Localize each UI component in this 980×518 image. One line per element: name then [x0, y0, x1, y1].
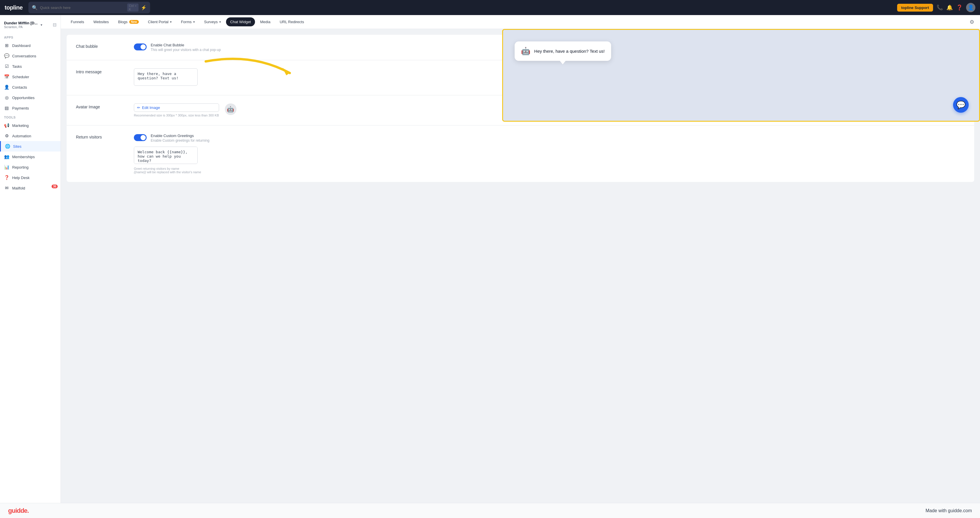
scheduler-icon: 📅	[4, 74, 9, 79]
sidebar-item-label: Marketing	[12, 124, 29, 128]
sidebar-item-label: Help Desk	[12, 176, 30, 180]
app-logo: topline	[5, 4, 22, 11]
chat-bubble-toggle-label: Enable Chat Bubble	[151, 43, 221, 47]
tasks-icon: ☑	[4, 64, 9, 69]
user-avatar[interactable]: 👤	[966, 3, 975, 12]
sidebar-item-label: Tasks	[12, 64, 22, 69]
search-icon: 🔍	[32, 5, 38, 10]
sidebar-item-label: Scheduler	[12, 75, 29, 79]
search-input[interactable]	[40, 5, 125, 10]
subnav-url-redirects[interactable]: URL Redirects	[275, 17, 308, 26]
edit-icon: ✏	[137, 105, 140, 110]
subnav-blogs-label: Blogs	[118, 20, 127, 24]
sidebar-item-helpdesk[interactable]: ❓ Help Desk	[0, 172, 60, 183]
section-label-tools: Tools	[0, 113, 60, 120]
subnav-websites[interactable]: Websites	[89, 17, 113, 26]
return-visitors-label: Return visitors	[76, 133, 122, 139]
return-visitors-toggle-desc: Enable Custom greetings for returning	[151, 138, 210, 143]
sidebar-section-apps: Apps ⊞ Dashboard 💬 Conversations ☑ Tasks…	[0, 33, 60, 113]
lightning-icon: ⚡	[141, 5, 146, 10]
chat-bubble-toggle-row: Enable Chat Bubble This will greet your …	[134, 43, 965, 52]
chat-bubble-row: Chat bubble Enable Chat Bubble This will…	[67, 35, 974, 60]
sidebar-item-label: Opportunities	[12, 95, 35, 100]
surveys-chevron-icon: ▾	[220, 20, 221, 24]
settings-gear-icon[interactable]: ⚙	[970, 19, 974, 25]
top-navigation: topline 🔍 Ctrl + K ⚡ topline Support 📞 🔔…	[0, 0, 980, 15]
subnav-forms[interactable]: Forms ▾	[177, 17, 199, 26]
subnav-url-redirects-label: URL Redirects	[280, 20, 304, 24]
sidebar-item-label: Conversations	[12, 54, 36, 58]
help-icon[interactable]: ❓	[956, 4, 963, 11]
subnav-blogs[interactable]: Blogs New	[114, 17, 143, 26]
return-visitors-toggle[interactable]	[134, 134, 146, 141]
guidde-credit: Made with guidde.com	[926, 508, 972, 513]
avatar-image-label: Avatar Image	[76, 103, 122, 109]
greetings-input[interactable]: Welcome back {{name}}, how can we help y…	[134, 146, 197, 164]
sidebar-item-memberships[interactable]: 👥 Memberships	[0, 151, 60, 162]
sidebar-item-dashboard[interactable]: ⊞ Dashboard	[0, 40, 60, 51]
edit-image-button[interactable]: ✏ Edit Image	[134, 103, 219, 112]
chat-bubble-toggle-desc: This will greet your visitors with a cha…	[151, 48, 221, 52]
sidebar: Dunder Mifflin [D... Scranton, PA ▾ ⊟ Ap…	[0, 15, 61, 518]
sidebar-item-label: Memberships	[12, 155, 35, 159]
mailfold-icon: ✉	[4, 186, 9, 191]
workspace-location: Scranton, PA	[4, 25, 38, 29]
bell-icon[interactable]: 🔔	[947, 4, 953, 11]
sidebar-item-opportunities[interactable]: ◎ Opportunities	[0, 92, 60, 103]
avatar-row: ✏ Edit Image Recommended size is 300px *…	[134, 103, 965, 117]
sidebar-item-payments[interactable]: ▤ Payments	[0, 103, 60, 113]
sidebar-item-marketing[interactable]: 📢 Marketing	[0, 120, 60, 131]
intro-message-input[interactable]: Hey there, have a question? Text us!	[134, 68, 197, 86]
support-button[interactable]: topline Support	[897, 4, 933, 11]
sites-icon: 🌐	[5, 144, 10, 149]
search-shortcut: Ctrl + K	[127, 3, 138, 11]
sidebar-item-scheduler[interactable]: 📅 Scheduler	[0, 72, 60, 82]
helpdesk-icon: ❓	[4, 175, 9, 180]
avatar-image-content: ✏ Edit Image Recommended size is 300px *…	[134, 103, 965, 117]
sidebar-item-tasks[interactable]: ☑ Tasks	[0, 61, 60, 72]
return-visitors-row: Return visitors Enable Custom Greetings …	[67, 126, 974, 182]
sidebar-item-mailfold[interactable]: ✉ Mailfold 36	[0, 183, 60, 193]
guidde-footer: guidde. Made with guidde.com	[0, 503, 980, 518]
chat-bubble-toggle[interactable]	[134, 43, 146, 51]
edit-image-label: Edit Image	[142, 105, 160, 110]
return-visitors-toggle-label: Enable Custom Greetings	[151, 133, 210, 138]
dashboard-icon: ⊞	[4, 43, 9, 48]
workspace-selector[interactable]: Dunder Mifflin [D... Scranton, PA ▾ ⊟	[0, 19, 60, 33]
subnav-chat-widget[interactable]: Chat Widget	[226, 17, 255, 26]
sidebar-toggle-icon[interactable]: ⊟	[53, 22, 57, 27]
sidebar-item-label: Dashboard	[12, 43, 31, 48]
subnav-funnels[interactable]: Funnels	[67, 17, 88, 26]
sidebar-item-contacts[interactable]: 👤 Contacts	[0, 82, 60, 92]
sidebar-item-label: Mailfold	[12, 186, 25, 190]
sidebar-item-conversations[interactable]: 💬 Conversations	[0, 51, 60, 61]
search-bar[interactable]: 🔍 Ctrl + K ⚡	[29, 2, 150, 13]
app-layout: Dunder Mifflin [D... Scranton, PA ▾ ⊟ Ap…	[0, 15, 980, 518]
sidebar-item-label: Payments	[12, 106, 29, 110]
sidebar-item-automation[interactable]: ⚙ Automation	[0, 131, 60, 141]
sidebar-item-reporting[interactable]: 📊 Reporting	[0, 162, 60, 172]
guidde-logo: guidde.	[8, 507, 29, 515]
chat-bubble-label: Chat bubble	[76, 43, 122, 49]
opportunities-icon: ◎	[4, 95, 9, 100]
chat-bubble-content: Enable Chat Bubble This will greet your …	[134, 43, 965, 52]
marketing-icon: 📢	[4, 123, 9, 128]
chat-bubble-toggle-info: Enable Chat Bubble This will greet your …	[151, 43, 221, 52]
intro-message-row: Intro message Hey there, have a question…	[67, 60, 974, 95]
subnav-client-portal[interactable]: Client Portal ▾	[144, 17, 176, 26]
phone-icon[interactable]: 📞	[937, 4, 943, 11]
memberships-icon: 👥	[4, 154, 9, 159]
conversations-icon: 💬	[4, 53, 9, 59]
return-visitors-content: Enable Custom Greetings Enable Custom gr…	[134, 133, 965, 174]
subnav-websites-label: Websites	[93, 20, 109, 24]
subnav-surveys[interactable]: Surveys ▾	[200, 17, 225, 26]
sidebar-item-sites[interactable]: 🌐 Sites	[0, 141, 60, 151]
return-visitors-toggle-info: Enable Custom Greetings Enable Custom gr…	[151, 133, 210, 143]
workspace-chevron-icon: ▾	[41, 23, 42, 27]
client-portal-chevron-icon: ▾	[170, 20, 172, 24]
return-visitors-toggle-row: Enable Custom Greetings Enable Custom gr…	[134, 133, 965, 143]
subnav: Funnels Websites Blogs New Client Portal…	[61, 15, 980, 29]
sidebar-section-tools: Tools 📢 Marketing ⚙ Automation 🌐 Sites 👥…	[0, 113, 60, 193]
subnav-media[interactable]: Media	[256, 17, 274, 26]
sidebar-item-label: Contacts	[12, 85, 27, 89]
